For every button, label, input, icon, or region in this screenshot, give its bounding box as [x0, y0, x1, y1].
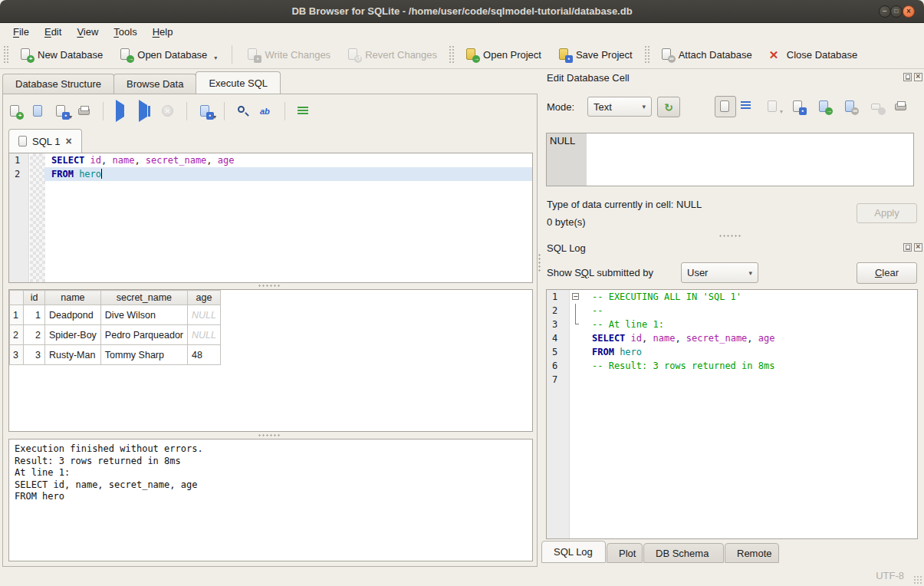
log-line: 6-- Result: 3 rows returned in 8ms [547, 359, 917, 373]
table-cell[interactable]: Pedro Parqueador [100, 325, 187, 345]
sql-editor[interactable]: 1SELECT id, name, secret_name, age2FROM … [8, 153, 533, 283]
close-database-button[interactable]: ✕ Close Database [761, 44, 866, 65]
table-cell[interactable]: Dive Wilson [100, 305, 187, 325]
sql-tab[interactable]: SQL 1 × [8, 129, 82, 153]
autocomplete-icon[interactable]: ab [260, 105, 272, 118]
resize-grip[interactable] [913, 575, 922, 584]
dock-tab-plot[interactable]: Plot [607, 543, 643, 563]
table-cell[interactable]: 2 [24, 325, 45, 345]
attach-database-button[interactable]: ∞ Attach Database [653, 44, 761, 65]
maximize-button[interactable]: □ [890, 5, 903, 18]
tab-execute-sql[interactable]: Execute SQL [196, 71, 281, 94]
table-cell[interactable]: NULL [188, 305, 221, 325]
toolbar-drag-handle[interactable] [449, 45, 454, 64]
sql-tab-close-icon[interactable]: × [65, 135, 71, 147]
save-project-button[interactable]: ▪ Save Project [550, 44, 641, 65]
column-header-id[interactable]: id [24, 291, 45, 305]
main-splitter-handle[interactable] [538, 253, 541, 273]
log-line: 1−-- EXECUTING ALL IN 'SQL 1' [547, 290, 917, 304]
execute-all-icon[interactable] [116, 105, 128, 118]
table-cell[interactable]: 1 [24, 305, 45, 325]
splitter-handle[interactable] [718, 234, 742, 238]
menu-tools[interactable]: Tools [107, 25, 143, 39]
log-line: 4SELECT id, name, secret_name, age [547, 331, 917, 345]
apply-settings-icon: ↻ [664, 101, 673, 114]
table-cell[interactable]: Tommy Sharp [100, 345, 187, 365]
export-cell-data-button[interactable]: → [817, 100, 831, 114]
close-panel-icon[interactable] [914, 73, 922, 81]
splitter-handle[interactable] [258, 284, 281, 288]
new-sql-tab-icon[interactable]: + [9, 105, 21, 118]
log-line: 3-- At line 1: [547, 318, 917, 331]
column-header-age[interactable]: age [188, 291, 221, 305]
open-sql-file-icon[interactable] [32, 105, 44, 118]
table-row[interactable]: 33Rusty-ManTommy Sharp48 [10, 345, 221, 365]
new-database-button[interactable]: + New Database [12, 44, 111, 65]
copy-link-button[interactable]: ∞ [843, 100, 857, 114]
sql-log-filter-combobox[interactable]: User ▾ [681, 262, 758, 283]
editor-line[interactable]: 1SELECT id, name, secret_name, age [9, 153, 532, 167]
column-header-name[interactable]: name [45, 291, 101, 305]
menu-view[interactable]: View [70, 25, 105, 39]
mode-label: Mode: [547, 101, 574, 113]
editor-line[interactable]: 2FROM hero [9, 167, 532, 181]
splitter-handle[interactable] [258, 433, 281, 437]
tab-browse-data[interactable]: Browse Data [113, 74, 196, 94]
mode-combobox[interactable]: Text ▾ [587, 97, 652, 117]
print-cell-button[interactable] [894, 100, 908, 114]
stop-icon: ✕ [162, 105, 174, 118]
import-cell-data-button[interactable]: ▪ [791, 100, 805, 114]
text-view-toggle[interactable] [715, 96, 736, 117]
menu-help[interactable]: Help [146, 25, 180, 39]
apply-settings-button[interactable]: ↻ [657, 97, 680, 117]
open-database-button[interactable]: → Open Database ▾ [111, 44, 225, 65]
execution-message-text: Execution finished without errors. Resul… [9, 440, 532, 507]
new-database-icon: + [20, 48, 32, 61]
edit-cell-title: Edit Database Cell [547, 72, 630, 84]
execute-current-line-icon[interactable] [139, 105, 151, 118]
results-grid[interactable]: idnamesecret_nameage11DeadpondDive Wilso… [8, 289, 533, 432]
cell-editor[interactable]: NULL [546, 133, 914, 186]
sql-log-view[interactable]: 1−-- EXECUTING ALL IN 'SQL 1'2--3-- At l… [546, 289, 918, 539]
sql-log-dock-controls [903, 243, 922, 252]
word-wrap-button[interactable] [741, 100, 755, 114]
toolbar-drag-handle[interactable] [644, 45, 649, 64]
close-button[interactable]: × [903, 5, 915, 18]
minimize-button[interactable]: − [879, 5, 891, 18]
table-cell[interactable]: 3 [24, 345, 45, 365]
dock-tab-sql-log[interactable]: SQL Log [541, 541, 606, 563]
float-panel-icon[interactable] [903, 73, 912, 81]
column-header-secret_name[interactable]: secret_name [100, 291, 187, 305]
sql-tab-bar: SQL 1 × [8, 129, 82, 153]
float-panel-icon[interactable] [903, 243, 912, 252]
table-cell[interactable]: 48 [188, 345, 221, 365]
clear-log-button[interactable]: Clear [857, 262, 917, 284]
fold-collapse-icon[interactable]: − [572, 293, 579, 300]
table-cell[interactable]: Spider-Boy [45, 325, 101, 345]
save-sql-file-icon[interactable]: ▪▾ [55, 105, 67, 118]
table-row[interactable]: 22Spider-BoyPedro ParqueadorNULL [10, 325, 221, 345]
save-results-icon[interactable]: ▪▾ [199, 105, 212, 118]
table-cell[interactable]: Deadpond [45, 305, 101, 325]
menu-file[interactable]: File [6, 25, 36, 39]
menu-edit[interactable]: Edit [38, 25, 68, 39]
table-cell[interactable]: NULL [188, 325, 221, 345]
tab-database-structure[interactable]: Database Structure [2, 74, 114, 94]
table-cell[interactable]: Rusty-Man [45, 345, 101, 365]
dock-tab-db-schema[interactable]: DB Schema [643, 543, 724, 563]
toolbar-drag-handle[interactable] [3, 45, 8, 64]
attach-database-icon: ∞ [661, 48, 673, 61]
close-panel-icon[interactable] [914, 243, 922, 252]
open-file-in-cell-button: ▾ [766, 100, 780, 114]
open-database-dropdown-icon[interactable]: ▾ [214, 54, 217, 61]
sql-log-filter-label: Show SQL submitted by [547, 267, 653, 278]
open-project-button[interactable]: → Open Project [457, 44, 550, 65]
print-icon[interactable] [78, 105, 90, 118]
format-sql-icon[interactable] [298, 105, 310, 118]
find-replace-icon[interactable] [237, 105, 249, 118]
chevron-down-icon: ▾ [748, 269, 752, 277]
table-row[interactable]: 11DeadpondDive WilsonNULL [10, 305, 221, 325]
window-title: DB Browser for SQLite - /home/user/code/… [0, 5, 924, 17]
dock-tab-remote[interactable]: Remote [725, 543, 779, 563]
menubar: FileEditViewToolsHelp [0, 23, 924, 41]
